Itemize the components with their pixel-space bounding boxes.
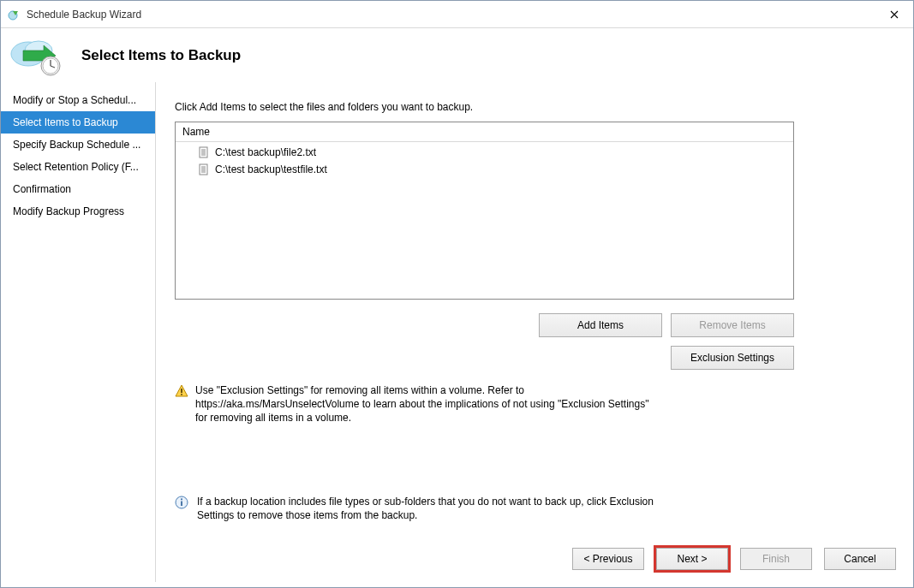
list-item-label: C:\test backup\testfile.txt xyxy=(215,162,327,177)
titlebar: Schedule Backup Wizard xyxy=(1,1,913,28)
warning-note: Use "Exclusion Settings" for removing al… xyxy=(175,383,654,425)
items-list[interactable]: Name C:\test backup\file2.txt C:\test ba… xyxy=(175,122,794,300)
list-body: C:\test backup\file2.txt C:\test backup\… xyxy=(176,142,793,299)
step-select-items[interactable]: Select Items to Backup xyxy=(1,111,155,134)
add-items-button[interactable]: Add Items xyxy=(539,313,662,337)
exclusion-settings-button[interactable]: Exclusion Settings xyxy=(671,346,794,370)
wizard-header: Select Items to Backup xyxy=(1,28,913,82)
cancel-button[interactable]: Cancel xyxy=(824,548,896,570)
svg-rect-7 xyxy=(200,147,207,157)
previous-button[interactable]: < Previous xyxy=(572,548,644,570)
step-specify-schedule[interactable]: Specify Backup Schedule ... xyxy=(1,134,155,156)
step-confirmation[interactable]: Confirmation xyxy=(1,178,155,200)
wizard-header-icon xyxy=(9,35,66,76)
close-button[interactable] xyxy=(875,1,913,28)
file-icon xyxy=(198,163,210,175)
warning-text: Use "Exclusion Settings" for removing al… xyxy=(195,383,654,425)
svg-rect-18 xyxy=(181,394,182,395)
list-item[interactable]: C:\test backup\testfile.txt xyxy=(176,161,793,178)
finish-button: Finish xyxy=(740,548,812,570)
close-icon xyxy=(890,10,899,19)
step-modify-or-stop[interactable]: Modify or Stop a Schedul... xyxy=(1,89,155,111)
window-title: Schedule Backup Wizard xyxy=(27,9,141,21)
wizard-steps-sidebar: Modify or Stop a Schedul... Select Items… xyxy=(1,82,156,582)
remove-items-button: Remove Items xyxy=(671,313,794,337)
list-item[interactable]: C:\test backup\file2.txt xyxy=(176,144,793,161)
svg-rect-21 xyxy=(181,498,182,500)
exclusion-button-row: Exclusion Settings xyxy=(175,346,794,370)
list-item-label: C:\test backup\file2.txt xyxy=(215,145,316,160)
step-modify-progress[interactable]: Modify Backup Progress xyxy=(1,200,155,223)
step-retention-policy[interactable]: Select Retention Policy (F... xyxy=(1,156,155,178)
svg-rect-12 xyxy=(200,164,207,175)
info-note: If a backup location includes file types… xyxy=(175,495,654,522)
warning-icon xyxy=(175,384,188,398)
wizard-content: Click Add Items to select the files and … xyxy=(156,82,913,582)
page-title: Select Items to Backup xyxy=(81,47,241,64)
wizard-footer-buttons: < Previous Next > Finish Cancel xyxy=(175,548,896,570)
wizard-body: Modify or Stop a Schedul... Select Items… xyxy=(1,82,913,582)
item-buttons-row: Add Items Remove Items xyxy=(175,313,794,337)
info-icon xyxy=(175,496,188,509)
svg-rect-20 xyxy=(181,502,182,507)
instruction-text: Click Add Items to select the files and … xyxy=(175,101,896,113)
list-column-name[interactable]: Name xyxy=(176,122,793,142)
app-icon xyxy=(8,8,21,21)
content-bottom: If a backup location includes file types… xyxy=(175,495,896,570)
svg-rect-17 xyxy=(181,389,182,393)
file-icon xyxy=(198,146,210,158)
next-button[interactable]: Next > xyxy=(656,548,728,570)
info-text: If a backup location includes file types… xyxy=(197,495,654,522)
